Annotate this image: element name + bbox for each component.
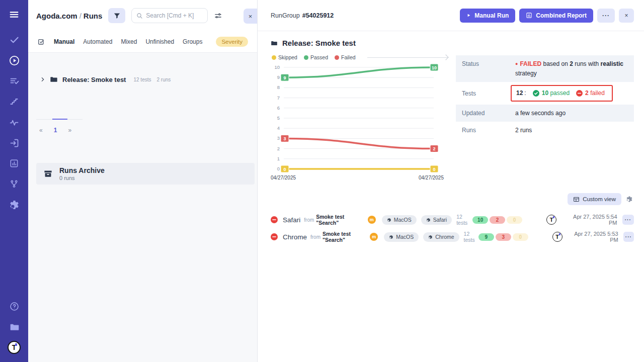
folders-icon[interactable] — [8, 320, 21, 333]
reports-bar-chart-icon[interactable] — [8, 157, 21, 170]
severity-filter-pill[interactable]: Severity — [216, 37, 248, 47]
steps-icon[interactable] — [8, 95, 21, 108]
passed-dot-icon — [304, 55, 308, 60]
owner-avatar: m — [368, 216, 376, 224]
left-panel-close-button[interactable]: × — [244, 9, 257, 24]
select-all-icon[interactable] — [37, 38, 45, 46]
browser-badge: Safari — [421, 215, 452, 225]
list-check-icon[interactable] — [8, 74, 21, 87]
runs-archive-card[interactable]: Runs Archive 0 runs — [36, 163, 255, 185]
run-failed-icon — [271, 216, 278, 223]
folder-icon — [271, 40, 278, 47]
run-row-chrome[interactable]: Chrome from Smoke test "Search" m MacOS … — [271, 228, 634, 245]
status-label: Status — [462, 59, 515, 67]
tree-item-tests-count: 12 tests — [133, 77, 151, 82]
tests-label: Tests — [462, 89, 515, 97]
tests-passed-group: 10 passed — [533, 88, 570, 98]
import-icon[interactable] — [8, 136, 21, 149]
svg-text:10: 10 — [432, 65, 437, 70]
custom-view-label: Custom view — [583, 196, 616, 202]
legend-failed: Failed — [335, 54, 356, 60]
tree-item-release-smoke-test[interactable]: Release: Smoke test 12 tests 2 runs — [28, 74, 257, 85]
tests-check-icon[interactable] — [8, 33, 21, 46]
legend-skipped: Skipped — [272, 54, 297, 60]
run-date: Apr 27, 2025 5:54 PM — [565, 214, 617, 226]
app-logo-avatar[interactable]: T — [8, 341, 21, 354]
run-group-header: RunGroup #54025912 Manual Run Combined R… — [258, 0, 644, 31]
close-icon: × — [249, 13, 253, 20]
manual-run-button[interactable]: Manual Run — [460, 9, 515, 23]
svg-text:4: 4 — [277, 125, 280, 131]
svg-text:7: 7 — [277, 95, 280, 101]
passed-pill: 10 — [472, 216, 488, 224]
run-more-button[interactable]: ··· — [623, 232, 634, 242]
branch-icon[interactable] — [8, 177, 21, 191]
detail-row-runs: Runs 2 runs — [456, 122, 634, 139]
list-settings-gear-icon[interactable] — [625, 195, 634, 204]
table-icon — [573, 196, 580, 203]
run-name[interactable]: Safari — [283, 216, 300, 224]
run-from-word: from — [304, 217, 314, 223]
settings-gear-icon[interactable] — [8, 198, 21, 211]
report-chart-icon — [526, 12, 532, 19]
filter-button[interactable] — [108, 8, 125, 23]
custom-view-button[interactable]: Custom view — [568, 193, 621, 205]
menu-icon[interactable] — [8, 8, 21, 21]
search-input[interactable] — [146, 12, 201, 19]
archive-count: 0 runs — [59, 175, 105, 181]
combined-report-button[interactable]: Combined Report — [519, 9, 593, 23]
help-icon[interactable] — [8, 300, 21, 313]
passed-pill: 9 — [478, 233, 494, 241]
svg-text:0: 0 — [283, 167, 286, 172]
pagination-next-button[interactable]: » — [68, 127, 71, 134]
chevron-right-icon[interactable] — [40, 77, 45, 82]
logo-letter: T — [12, 343, 17, 351]
result-pills: 9 3 0 — [478, 233, 528, 241]
app-root: T Agoda.com/Runs × Manu — [0, 0, 644, 362]
skipped-pill: 0 — [513, 233, 528, 241]
reporter-avatar: T — [546, 215, 556, 225]
activity-pulse-icon[interactable] — [8, 116, 21, 129]
run-name[interactable]: Chrome — [283, 233, 307, 241]
pagination-page-1[interactable]: 1 — [54, 127, 57, 134]
svg-text:2: 2 — [433, 146, 435, 151]
run-details-table: Status ●FAILED based on 2 runs with real… — [456, 55, 634, 139]
updated-label: Updated — [462, 109, 515, 117]
svg-text:3: 3 — [277, 135, 280, 141]
os-badge: MacOS — [384, 232, 419, 242]
funnel-icon — [113, 12, 121, 20]
legend-passed: Passed — [304, 54, 328, 60]
updated-value: a few seconds ago — [515, 109, 628, 118]
runs-label: Runs — [462, 126, 515, 134]
os-badge: MacOS — [382, 215, 417, 225]
pagination-prev-button[interactable]: « — [39, 127, 43, 134]
breadcrumb-project[interactable]: Agoda.com — [36, 12, 77, 20]
search-icon — [136, 13, 143, 19]
run-group-panel: RunGroup #54025912 Manual Run Combined R… — [258, 0, 644, 362]
run-more-button[interactable]: ··· — [622, 215, 634, 225]
panel-close-button[interactable]: × — [619, 9, 634, 23]
overview-grid: Skipped Passed Failed 01234567891004/27/… — [271, 54, 634, 182]
tab-mixed[interactable]: Mixed — [121, 38, 137, 45]
runs-play-circle-icon[interactable] — [8, 54, 21, 67]
runs-left-panel: Agoda.com/Runs × Manual Automated Mixed — [28, 0, 258, 362]
check-circle-icon — [533, 90, 539, 97]
run-group-title-text: Release: Smoke test — [282, 39, 356, 47]
failed-dot-icon — [335, 55, 339, 60]
minus-circle-icon — [576, 90, 583, 97]
gear-icon — [426, 218, 431, 222]
status-dot-icon: ● — [515, 61, 518, 66]
tab-manual[interactable]: Manual — [54, 38, 74, 45]
tab-automated[interactable]: Automated — [83, 38, 112, 45]
failed-pill: 3 — [496, 233, 511, 241]
run-row-safari[interactable]: Safari from Smoke test "Search" m MacOS … — [271, 211, 634, 228]
list-toolbar: Custom view — [271, 193, 634, 205]
tab-unfinished[interactable]: Unfinished — [145, 38, 174, 45]
header-more-button[interactable]: ··· — [597, 9, 615, 23]
adjustments-icon[interactable] — [214, 12, 222, 20]
tree-item-runs-count: 2 runs — [156, 77, 171, 82]
tab-groups[interactable]: Groups — [183, 38, 202, 45]
run-group-body: Release: Smoke test Skipped Passed Faile… — [258, 31, 644, 362]
run-group-id: #54025912 — [302, 12, 334, 19]
run-group-title: Release: Smoke test — [271, 39, 634, 47]
